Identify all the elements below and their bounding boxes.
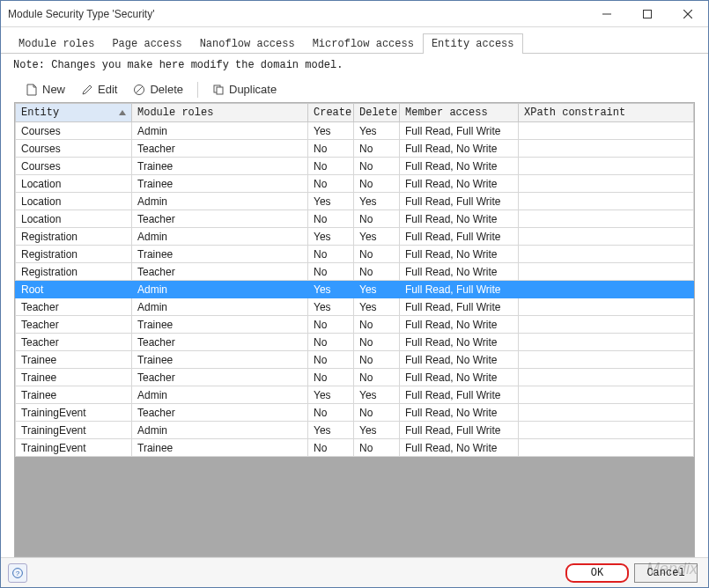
cell-delete: No — [354, 246, 400, 263]
cell-roles: Trainee — [132, 316, 308, 334]
cell-roles: Admin — [132, 122, 308, 140]
cell-create: Yes — [308, 422, 354, 439]
minimize-icon — [602, 10, 611, 18]
cell-roles: Teacher — [132, 404, 308, 422]
table-body: CoursesAdminYesYesFull Read, Full WriteC… — [16, 122, 694, 457]
cell-roles: Teacher — [132, 140, 308, 158]
table-row[interactable]: TraineeTeacherNoNoFull Read, No Write — [16, 369, 694, 386]
cell-roles: Trainee — [132, 351, 308, 369]
table-row[interactable]: TrainingEventTraineeNoNoFull Read, No Wr… — [16, 439, 694, 457]
table-row[interactable]: RegistrationTraineeNoNoFull Read, No Wri… — [16, 246, 694, 263]
tab-entity-access[interactable]: Entity access — [423, 33, 523, 54]
cell-entity: Trainee — [16, 369, 132, 386]
cell-member: Full Read, No Write — [400, 140, 519, 158]
cell-create: No — [308, 263, 354, 281]
table-row[interactable]: RootAdminYesYesFull Read, Full Write — [16, 281, 694, 298]
cell-roles: Admin — [132, 193, 308, 210]
cell-delete: No — [354, 158, 400, 175]
cell-roles: Teacher — [132, 210, 308, 228]
tab-microflow-access[interactable]: Microflow access — [304, 33, 423, 54]
table-row[interactable]: LocationAdminYesYesFull Read, Full Write — [16, 193, 694, 210]
ok-button[interactable]: OK — [565, 563, 629, 583]
cell-entity: Location — [16, 210, 132, 228]
table-row[interactable]: TrainingEventAdminYesYesFull Read, Full … — [16, 422, 694, 439]
cell-entity: TrainingEvent — [16, 439, 132, 457]
cell-create: No — [308, 158, 354, 175]
tab-page-access[interactable]: Page access — [103, 33, 190, 54]
cell-xpath — [519, 404, 694, 422]
col-xpath[interactable]: XPath constraint — [519, 104, 694, 122]
table-row[interactable]: TeacherAdminYesYesFull Read, Full Write — [16, 298, 694, 316]
cell-create: Yes — [308, 193, 354, 210]
cell-xpath — [519, 228, 694, 246]
cell-xpath — [519, 298, 694, 316]
cell-delete: No — [354, 140, 400, 158]
help-button[interactable]: ? — [8, 563, 27, 583]
table-row[interactable]: LocationTraineeNoNoFull Read, No Write — [16, 175, 694, 193]
table-row[interactable]: TraineeAdminYesYesFull Read, Full Write — [16, 386, 694, 404]
table-row[interactable]: TrainingEventTeacherNoNoFull Read, No Wr… — [16, 404, 694, 422]
col-entity[interactable]: Entity — [16, 104, 132, 122]
cell-xpath — [519, 158, 694, 175]
col-roles[interactable]: Module roles — [132, 104, 308, 122]
table-row[interactable]: TeacherTraineeNoNoFull Read, No Write — [16, 316, 694, 334]
window-title: Module Security Type 'Security' — [8, 8, 587, 20]
cell-xpath — [519, 369, 694, 386]
cell-member: Full Read, Full Write — [400, 193, 519, 210]
table-row[interactable]: CoursesAdminYesYesFull Read, Full Write — [16, 122, 694, 140]
cancel-button[interactable]: Cancel — [634, 563, 698, 583]
cell-entity: Courses — [16, 140, 132, 158]
cell-xpath — [519, 246, 694, 263]
pencil-icon — [81, 84, 93, 96]
cell-xpath — [519, 122, 694, 140]
cell-entity: Courses — [16, 158, 132, 175]
close-button[interactable] — [668, 1, 708, 27]
table-row[interactable]: RegistrationAdminYesYesFull Read, Full W… — [16, 228, 694, 246]
col-delete[interactable]: Delete — [354, 104, 400, 122]
cell-member: Full Read, No Write — [400, 175, 519, 193]
table-row[interactable]: LocationTeacherNoNoFull Read, No Write — [16, 210, 694, 228]
duplicate-icon — [212, 84, 225, 96]
col-member[interactable]: Member access — [400, 104, 519, 122]
toolbar-separator — [197, 82, 198, 98]
cell-member: Full Read, Full Write — [400, 422, 519, 439]
cell-roles: Admin — [132, 422, 308, 439]
table-row[interactable]: CoursesTeacherNoNoFull Read, No Write — [16, 140, 694, 158]
cell-member: Full Read, No Write — [400, 334, 519, 351]
cell-xpath — [519, 439, 694, 457]
minimize-button[interactable] — [587, 1, 627, 27]
tab-module-roles[interactable]: Module roles — [10, 33, 103, 54]
table-row[interactable]: TeacherTeacherNoNoFull Read, No Write — [16, 334, 694, 351]
col-create[interactable]: Create — [308, 104, 354, 122]
cell-member: Full Read, Full Write — [400, 122, 519, 140]
titlebar: Module Security Type 'Security' — [1, 1, 708, 27]
cell-entity: Trainee — [16, 351, 132, 369]
table-row[interactable]: TraineeTraineeNoNoFull Read, No Write — [16, 351, 694, 369]
cell-xpath — [519, 422, 694, 439]
cell-member: Full Read, Full Write — [400, 298, 519, 316]
new-button[interactable]: New — [18, 79, 72, 99]
cell-xpath — [519, 351, 694, 369]
cell-delete: No — [354, 369, 400, 386]
maximize-button[interactable] — [627, 1, 668, 27]
tab-nanoflow-access[interactable]: Nanoflow access — [191, 33, 304, 54]
cell-xpath — [519, 193, 694, 210]
cell-create: No — [308, 369, 354, 386]
cell-create: Yes — [308, 281, 354, 298]
note-text: Note: Changes you make here modify the d… — [1, 54, 708, 77]
cell-delete: Yes — [354, 386, 400, 404]
duplicate-button[interactable]: Duplicate — [205, 79, 284, 99]
cell-roles: Admin — [132, 228, 308, 246]
cell-entity: Root — [16, 281, 132, 298]
delete-button[interactable]: Delete — [126, 79, 190, 99]
cell-entity: Teacher — [16, 334, 132, 351]
table-row[interactable]: RegistrationTeacherNoNoFull Read, No Wri… — [16, 263, 694, 281]
cell-create: No — [308, 404, 354, 422]
close-icon — [683, 10, 692, 18]
edit-button[interactable]: Edit — [74, 79, 124, 99]
table-row[interactable]: CoursesTraineeNoNoFull Read, No Write — [16, 158, 694, 175]
cell-member: Full Read, No Write — [400, 351, 519, 369]
cell-create: Yes — [308, 298, 354, 316]
cell-xpath — [519, 175, 694, 193]
cell-create: No — [308, 210, 354, 228]
